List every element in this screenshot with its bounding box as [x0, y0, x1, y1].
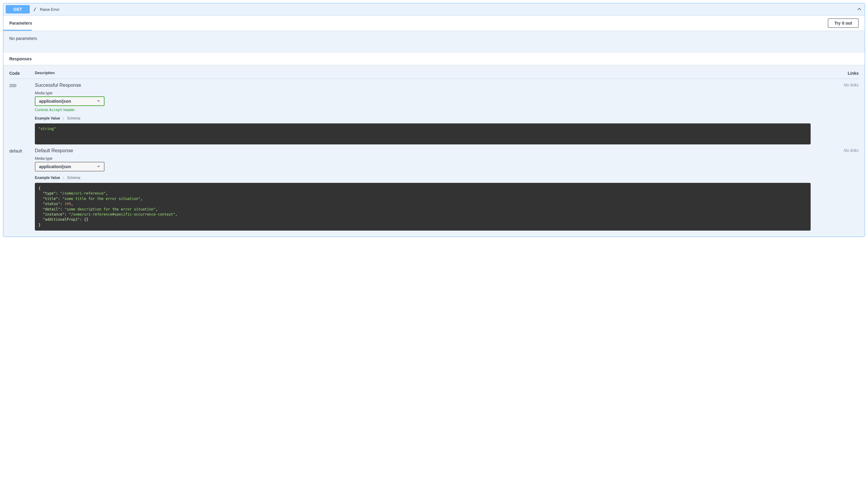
parameters-tab: Parameters: [9, 18, 32, 28]
tab-example-value[interactable]: Example Value: [35, 176, 60, 180]
col-header-code: Code: [9, 71, 35, 76]
media-type-label: Media type: [35, 91, 835, 95]
media-type-value: application/json: [39, 99, 71, 104]
media-type-select[interactable]: application/json: [35, 162, 105, 171]
col-header-description: Description: [35, 71, 835, 76]
responses-header: Responses: [3, 53, 865, 65]
example-code-block: "string": [35, 123, 811, 144]
parameters-title: Parameters: [9, 18, 32, 28]
responses-table: Code Description Links 200 Successful Re…: [3, 65, 865, 237]
response-description: Default Response: [35, 148, 835, 153]
tab-separator: |: [63, 116, 64, 120]
media-type-label: Media type: [35, 156, 835, 161]
responses-table-header: Code Description Links: [9, 71, 859, 79]
tab-schema[interactable]: Schema: [67, 116, 80, 120]
example-code-block: { "type": "/some/uri-reference", "title"…: [35, 183, 811, 231]
response-links: No links: [835, 148, 859, 231]
response-body: Default Response Media type application/…: [35, 148, 835, 231]
accept-note-pre: Controls: [35, 108, 49, 112]
response-row: 200 Successful Response Media type appli…: [9, 79, 859, 144]
example-string-value: "string": [39, 127, 56, 131]
response-links: No links: [835, 82, 859, 144]
operation-summary-text: Raise Error: [40, 7, 856, 12]
chevron-down-icon: [97, 99, 100, 104]
parameters-container: No parameters: [3, 31, 865, 53]
http-method-badge: GET: [6, 5, 30, 14]
parameters-header: Parameters Try it out: [3, 16, 865, 31]
model-example-tabs: Example Value | Schema: [35, 116, 835, 120]
operation-body: Parameters Try it out No parameters Resp…: [3, 16, 865, 237]
tab-separator: |: [63, 176, 64, 180]
try-it-out-button[interactable]: Try it out: [828, 18, 859, 28]
media-type-value: application/json: [39, 164, 71, 169]
no-parameters-text: No parameters: [9, 36, 37, 41]
accept-note-code: Accept: [49, 108, 62, 112]
response-description: Successful Response: [35, 82, 835, 88]
operation-path: /: [30, 6, 40, 12]
chevron-up-icon[interactable]: [856, 6, 862, 12]
response-row: default Default Response Media type appl…: [9, 144, 859, 231]
chevron-down-icon: [97, 164, 100, 169]
parameters-tab-underline: [3, 30, 32, 31]
col-header-links: Links: [835, 71, 859, 76]
response-body: Successful Response Media type applicati…: [35, 82, 835, 144]
tab-schema[interactable]: Schema: [67, 176, 80, 180]
model-example-tabs: Example Value | Schema: [35, 176, 835, 180]
media-type-select[interactable]: application/json: [35, 96, 105, 106]
response-code: default: [9, 148, 35, 231]
operation-summary[interactable]: GET / Raise Error: [3, 3, 865, 16]
operation-block: GET / Raise Error Parameters Try it out …: [3, 3, 865, 237]
accept-note-post: header.: [62, 108, 75, 112]
responses-title: Responses: [9, 57, 32, 61]
tab-example-value[interactable]: Example Value: [35, 116, 60, 120]
accept-header-note: Controls Accept header.: [35, 108, 835, 112]
response-code: 200: [9, 82, 35, 144]
